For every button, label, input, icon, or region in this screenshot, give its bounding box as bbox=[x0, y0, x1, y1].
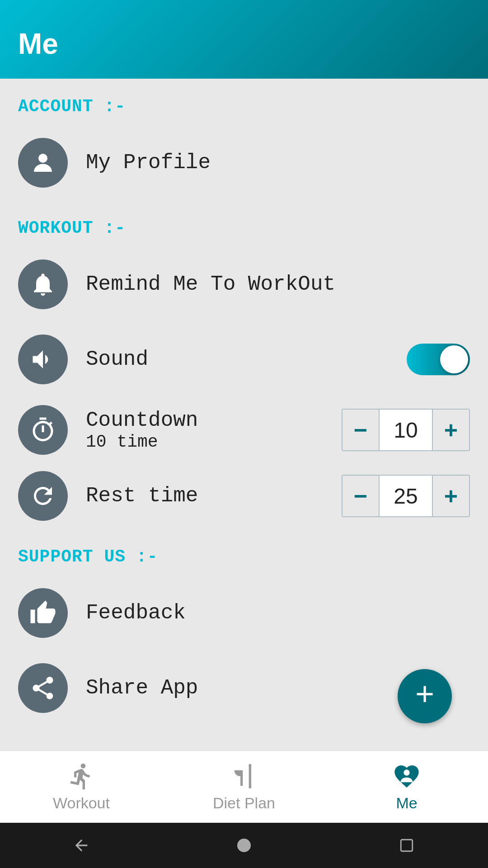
rest-time-plus[interactable]: + bbox=[433, 476, 469, 516]
refresh-icon bbox=[29, 482, 56, 509]
back-button[interactable] bbox=[68, 832, 95, 859]
svg-rect-3 bbox=[401, 840, 413, 851]
menu-item-feedback[interactable]: Feedback bbox=[0, 576, 488, 651]
share-icon-circle bbox=[18, 663, 68, 713]
section-workout-label: WORKOUT :- bbox=[0, 214, 488, 247]
section-account-label: ACCOUNT :- bbox=[0, 92, 488, 125]
sound-toggle[interactable] bbox=[407, 344, 470, 375]
toggle-knob bbox=[440, 345, 468, 373]
countdown-stepper: − 10 + bbox=[342, 409, 470, 451]
timer-icon-circle bbox=[18, 405, 68, 455]
svg-point-2 bbox=[237, 839, 251, 852]
main-content: ACCOUNT :- My Profile WORKOUT :- Remind … bbox=[0, 79, 488, 750]
timer-icon bbox=[29, 416, 56, 443]
menu-item-sound[interactable]: Sound bbox=[0, 322, 488, 397]
sound-label: Sound bbox=[86, 348, 407, 371]
my-profile-label: My Profile bbox=[86, 151, 470, 175]
nav-item-diet-plan[interactable]: Diet Plan bbox=[163, 762, 325, 812]
countdown-plus[interactable]: + bbox=[433, 410, 469, 450]
bottom-nav: Workout Diet Plan Me bbox=[0, 750, 488, 823]
system-nav-bar bbox=[0, 823, 488, 868]
thumbsup-icon bbox=[29, 599, 56, 627]
nav-item-workout[interactable]: Workout bbox=[0, 762, 163, 812]
sound-icon bbox=[29, 346, 56, 373]
header: Me bbox=[0, 0, 488, 79]
bell-icon-circle bbox=[18, 259, 68, 309]
countdown-minus[interactable]: − bbox=[343, 410, 379, 450]
profile-icon-circle bbox=[18, 138, 68, 188]
diet-plan-nav-label: Diet Plan bbox=[213, 794, 275, 812]
feedback-label: Feedback bbox=[86, 601, 470, 625]
diet-plan-nav-icon bbox=[230, 762, 258, 791]
recent-button[interactable] bbox=[393, 832, 420, 859]
bell-icon bbox=[29, 271, 56, 298]
countdown-labels: Countdown 10 time bbox=[86, 409, 342, 452]
workout-nav-label: Workout bbox=[53, 794, 110, 812]
nav-item-me[interactable]: Me bbox=[325, 762, 488, 812]
fab-button[interactable]: + bbox=[398, 669, 452, 723]
share-icon bbox=[29, 675, 56, 702]
sound-icon-circle bbox=[18, 335, 68, 384]
me-nav-label: Me bbox=[396, 794, 417, 812]
countdown-label: Countdown bbox=[86, 409, 342, 432]
refresh-icon-circle bbox=[18, 471, 68, 521]
rest-time-label: Rest time bbox=[86, 484, 342, 508]
me-nav-icon bbox=[392, 762, 421, 791]
section-support-label: SUPPORT US :- bbox=[0, 542, 488, 576]
fab-plus-icon: + bbox=[415, 680, 434, 712]
rest-time-value: 25 bbox=[379, 476, 433, 516]
countdown-value: 10 bbox=[379, 410, 433, 450]
remind-label: Remind Me To WorkOut bbox=[86, 273, 470, 296]
person-icon bbox=[29, 149, 56, 176]
thumbsup-icon-circle bbox=[18, 588, 68, 638]
rest-time-stepper: − 25 + bbox=[342, 475, 470, 517]
rest-time-minus[interactable]: − bbox=[343, 476, 379, 516]
menu-item-rest-time[interactable]: Rest time − 25 + bbox=[0, 463, 488, 529]
menu-item-my-profile[interactable]: My Profile bbox=[0, 125, 488, 200]
svg-point-0 bbox=[38, 154, 47, 163]
countdown-sublabel: 10 time bbox=[86, 432, 342, 452]
menu-item-remind[interactable]: Remind Me To WorkOut bbox=[0, 247, 488, 322]
svg-point-1 bbox=[404, 769, 409, 775]
menu-item-countdown[interactable]: Countdown 10 time − 10 + bbox=[0, 397, 488, 463]
workout-nav-icon bbox=[67, 762, 96, 791]
page-title: Me bbox=[18, 27, 470, 61]
home-button[interactable] bbox=[230, 832, 258, 859]
